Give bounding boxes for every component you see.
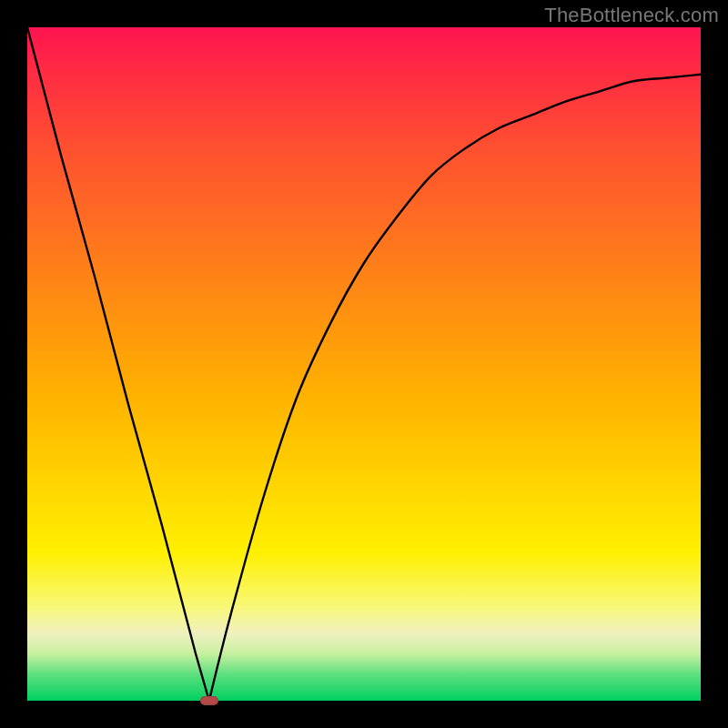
bottleneck-curve	[27, 27, 701, 701]
chart-frame: TheBottleneck.com	[0, 0, 728, 728]
curve-path	[27, 27, 701, 701]
watermark-text: TheBottleneck.com	[544, 4, 719, 27]
minimum-marker	[200, 696, 218, 705]
plot-area	[27, 27, 701, 701]
